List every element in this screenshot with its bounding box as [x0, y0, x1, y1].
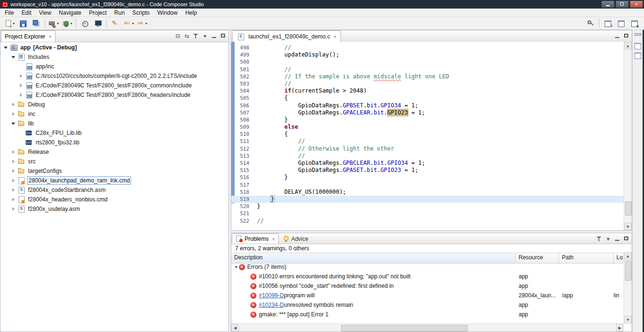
last-edit-button[interactable] [109, 18, 122, 28]
code-line[interactable]: 511 // [231, 138, 624, 145]
code-line[interactable]: 512 // Otherwise light the other [231, 145, 624, 152]
maximize-icon[interactable] [218, 32, 227, 40]
code-line[interactable]: 513 // [231, 152, 624, 160]
tree-item[interactable]: lib [0, 119, 228, 128]
code-line[interactable]: 503 // [231, 80, 624, 87]
minimize-icon[interactable] [209, 32, 218, 40]
tree-item[interactable]: f28004x_headers_nonbios.cmd [0, 195, 228, 204]
scrollbar-thumb[interactable] [625, 201, 632, 216]
new-target-config-button[interactable] [78, 18, 91, 28]
tree-item[interactable]: E:/Code/F280049C Test/F2800_test/F2800x_… [0, 90, 228, 100]
error-code-link[interactable]: #10099-D [259, 292, 284, 299]
tree-item[interactable]: Includes [0, 52, 228, 62]
code-line[interactable]: 502 // If the sample is above midscale l… [231, 73, 624, 80]
minimize-icon[interactable] [613, 32, 622, 40]
tree-item[interactable]: app [Active - Debug] [0, 43, 228, 52]
code-line[interactable]: 505 { [231, 95, 624, 102]
view-menu-icon[interactable]: ▾ [604, 235, 613, 243]
new-button[interactable]: ▾ [3, 18, 16, 28]
problems-horizontal-scrollbar[interactable]: ◀ ▶ [231, 323, 624, 332]
ccs-debug-perspective-button[interactable] [628, 18, 641, 28]
window-maximize-button[interactable] [616, 0, 629, 8]
menu-scripts[interactable]: Scripts [129, 9, 154, 17]
expand-arrow-icon[interactable] [10, 166, 17, 176]
back-button[interactable]: ▾ [122, 18, 135, 28]
collapse-arrow-icon[interactable] [10, 52, 17, 62]
expand-arrow-icon[interactable] [10, 157, 17, 166]
project-explorer-tab[interactable]: Project Explorer × [1, 30, 56, 42]
code-line[interactable]: 498 // [231, 44, 624, 51]
error-code-link[interactable]: #10234-D [259, 302, 284, 308]
scroll-left-icon[interactable]: ◀ [231, 324, 239, 332]
problems-group-row[interactable]: ▾×Errors (7 items) [231, 262, 624, 272]
code-line[interactable]: 517 [231, 181, 624, 189]
menu-view[interactable]: View [35, 9, 55, 17]
filter-icon[interactable] [191, 32, 200, 40]
maximize-icon[interactable] [622, 235, 631, 243]
save-button[interactable] [16, 18, 29, 28]
editor-tab[interactable]: launchxl_ex1_f280049c_demo.c × [232, 30, 341, 42]
code-line[interactable]: 506 GpioDataRegs.GPBSET.bit.GPIO34 = 1; [231, 102, 624, 109]
tree-item[interactable]: 28004x_launchpad_demo_ram_lnk.cmd [0, 176, 228, 185]
code-line[interactable]: 514 GpioDataRegs.GPBCLEAR.bit.GPIO34 = 1… [231, 160, 624, 167]
ccs-edit-perspective-button[interactable] [615, 18, 628, 28]
maximize-icon[interactable] [622, 32, 631, 40]
code-line[interactable]: 520} [231, 203, 624, 210]
filter-icon[interactable] [595, 235, 604, 243]
column-resource[interactable]: Resource [516, 253, 559, 263]
close-icon[interactable]: × [333, 34, 336, 39]
problems-tab[interactable]: Problems × [232, 233, 279, 244]
scroll-up-icon[interactable]: ▲ [624, 252, 632, 260]
problem-row[interactable]: ×#10056 symbol "code_start" redefined: f… [231, 281, 624, 291]
code-line[interactable]: 515 GpioDataRegs.GPASET.bit.GPIO23 = 1; [231, 167, 624, 174]
search-button[interactable] [584, 18, 597, 28]
menu-navigate[interactable]: Navigate [55, 9, 85, 17]
code-line[interactable]: 519 } [231, 196, 624, 203]
tree-item[interactable]: targetConfigs [0, 166, 228, 176]
expand-arrow-icon[interactable] [18, 90, 25, 100]
menu-help[interactable]: Help [181, 9, 201, 17]
expand-arrow-icon[interactable] [10, 109, 17, 119]
tree-item[interactable]: E:/Code/F280049C Test/F2800_test/F2800x_… [0, 81, 228, 90]
collapse-all-icon[interactable]: ⊟ [173, 32, 182, 40]
link-with-editor-icon[interactable]: ⇆ [182, 32, 191, 40]
tree-item[interactable]: src [0, 157, 228, 166]
column-description[interactable]: Description [231, 253, 516, 263]
problem-row[interactable]: ×#10010 errors encountered during linkin… [231, 272, 624, 281]
code-line[interactable]: 500 [231, 58, 624, 66]
build-button[interactable]: ▾ [47, 18, 60, 28]
tree-item[interactable]: f28004x_codeStartbranch.asm [0, 185, 228, 195]
expand-arrow-icon[interactable] [10, 176, 17, 185]
code-editor[interactable]: 498 //499 updateDisplay();500501 //502 /… [231, 42, 632, 230]
menu-run[interactable]: Run [111, 9, 129, 17]
collapse-arrow-icon[interactable] [10, 119, 17, 128]
minimize-icon[interactable] [613, 235, 622, 243]
expand-arrow-icon[interactable] [10, 204, 17, 214]
code-line[interactable]: 499 updateDisplay(); [231, 51, 624, 58]
menu-window[interactable]: Window [153, 9, 181, 17]
expand-arrow-icon[interactable] [18, 71, 25, 81]
open-perspective-button[interactable] [601, 18, 615, 28]
code-line[interactable]: 510 { [231, 131, 624, 138]
code-line[interactable]: 504 if(currentSample > 2048) [231, 87, 624, 95]
scroll-down-icon[interactable]: ▼ [624, 223, 632, 230]
menu-file[interactable]: File [1, 9, 18, 17]
code-line[interactable]: 508 } [231, 116, 624, 123]
scrollbar-thumb[interactable] [341, 325, 467, 332]
code-line[interactable]: 507 GpioDataRegs.GPACLEAR.bit.GPIO23 = 1… [231, 109, 624, 116]
restore-views-icon[interactable] [634, 33, 642, 39]
expand-arrow-icon[interactable] [10, 147, 17, 157]
scroll-up-icon[interactable]: ▲ [624, 42, 632, 49]
code-line[interactable]: 522// [231, 218, 624, 225]
expand-arrow-icon[interactable] [10, 100, 17, 109]
collapse-arrow-icon[interactable]: ▾ [235, 265, 237, 269]
tree-item[interactable]: f2800x_usdelay.asm [0, 204, 228, 214]
tree-item[interactable]: rts2800_fpu32.lib [0, 138, 228, 147]
tree-item[interactable]: inc [0, 109, 228, 119]
code-line[interactable]: 509 else [231, 123, 624, 131]
debug-button[interactable]: ▾ [60, 18, 74, 28]
column-path[interactable]: Path [559, 253, 614, 263]
expand-arrow-icon[interactable] [10, 185, 17, 195]
problem-row[interactable]: ×gmake: *** [app.out] Error 1app [231, 310, 624, 319]
close-icon[interactable]: × [48, 34, 51, 39]
